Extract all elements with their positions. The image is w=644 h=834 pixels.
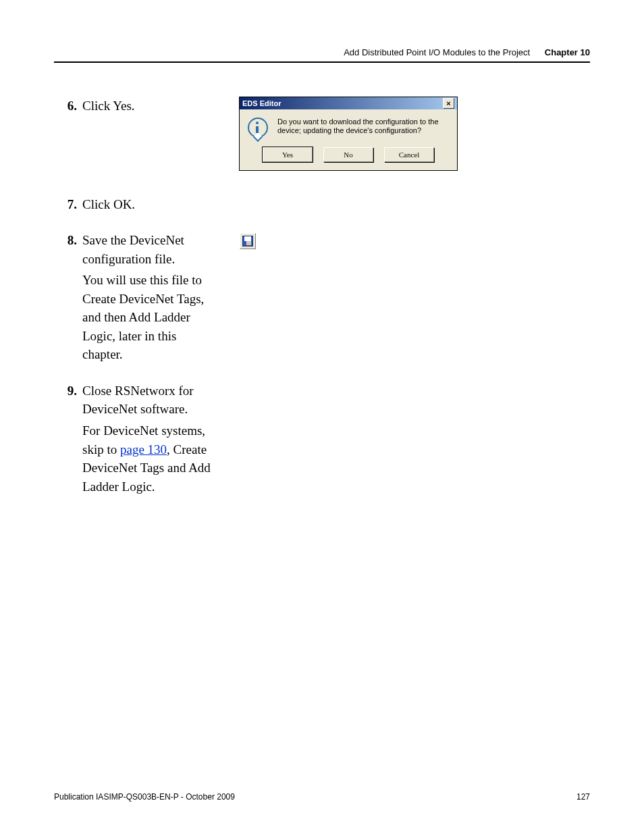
step-body: Save the DeviceNet configuration file. Y… <box>82 231 217 364</box>
dialog-buttons: Yes No Cancel <box>240 142 457 170</box>
step-number: 9. <box>54 382 82 496</box>
save-icon[interactable] <box>240 233 256 249</box>
step-text: Click OK. <box>82 195 217 214</box>
publication-id: Publication IASIMP-QS003B-EN-P - October… <box>54 792 235 802</box>
page-number: 127 <box>576 792 590 802</box>
dialog-body: Do you want to download the configuratio… <box>240 109 457 142</box>
step-text: Save the DeviceNet configuration file. <box>82 233 184 266</box>
eds-editor-dialog: EDS Editor × Do you want to download the… <box>239 97 458 171</box>
info-icon <box>248 118 268 138</box>
no-button[interactable]: No <box>323 147 373 162</box>
dialog-title: EDS Editor <box>242 97 281 109</box>
step-para: For DeviceNet systems, skip to page 130,… <box>82 421 217 496</box>
header-chapter: Chapter 10 <box>545 47 590 57</box>
page-header: Add Distributed Point I/O Modules to the… <box>54 47 590 57</box>
page-link[interactable]: page 130 <box>120 442 167 457</box>
close-icon[interactable]: × <box>443 98 454 109</box>
step-para: You will use this file to Create DeviceN… <box>82 271 217 364</box>
header-rule <box>54 61 590 63</box>
list-item: 8. Save the DeviceNet configuration file… <box>54 231 590 364</box>
header-section: Add Distributed Point I/O Modules to the… <box>344 47 530 57</box>
step-number: 6. <box>54 97 82 115</box>
save-toolbar-icon-screenshot <box>240 233 256 249</box>
step-number: 8. <box>54 231 82 364</box>
yes-button[interactable]: Yes <box>263 147 313 162</box>
step-text: Close RSNetworx for DeviceNet software. <box>82 384 194 417</box>
eds-editor-dialog-screenshot: EDS Editor × Do you want to download the… <box>239 97 458 171</box>
dialog-message: Do you want to download the configuratio… <box>277 118 450 138</box>
step-text: Click Yes. <box>82 97 217 115</box>
step-number: 7. <box>54 195 82 214</box>
list-item: 7. Click OK. <box>54 195 590 214</box>
step-body: Close RSNetworx for DeviceNet software. … <box>82 382 217 496</box>
list-item: 9. Close RSNetworx for DeviceNet softwar… <box>54 382 590 496</box>
dialog-titlebar: EDS Editor × <box>240 97 457 109</box>
page-footer: Publication IASIMP-QS003B-EN-P - October… <box>54 792 590 802</box>
cancel-button[interactable]: Cancel <box>384 147 434 162</box>
